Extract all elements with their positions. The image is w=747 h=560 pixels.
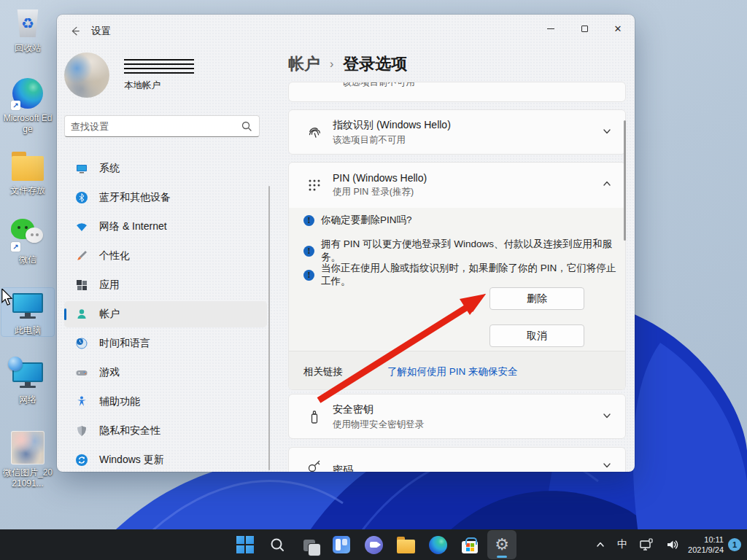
start-button[interactable] xyxy=(231,530,260,559)
tray-date: 2021/9/24 xyxy=(688,545,724,555)
ime-indicator[interactable]: 中 xyxy=(614,532,631,557)
confirmation-message: ! 你确定要删除PIN吗? xyxy=(303,214,412,227)
row-subtitle: 该选项目前不可用 xyxy=(333,134,451,147)
row-password[interactable]: 密码 xyxy=(288,447,626,472)
taskbar-search-button[interactable] xyxy=(263,530,292,559)
sidebar-item-gaming[interactable]: 游戏 xyxy=(64,359,267,386)
row-title: 指纹识别 (Windows Hello) xyxy=(333,119,451,132)
ethernet-icon xyxy=(639,537,654,552)
fingerprint-icon xyxy=(305,123,324,142)
this-pc-icon xyxy=(10,288,45,323)
row-subtitle: 该选项目前不可用 xyxy=(342,82,415,89)
chevron-up-icon[interactable] xyxy=(602,179,612,192)
desktop-icon-wechat[interactable]: ↗ 微信 xyxy=(1,217,54,265)
chevron-down-icon[interactable] xyxy=(602,126,612,139)
desktop-icon-label: 微信图片_2021091... xyxy=(1,467,54,489)
task-view-button[interactable] xyxy=(295,530,324,559)
chevron-down-icon[interactable] xyxy=(602,460,612,472)
desktop-icon-label: Microsoft Edge xyxy=(1,113,54,135)
sidebar-item-windows-update[interactable]: Windows 更新 xyxy=(64,447,267,472)
sidebar-item-bluetooth-devices[interactable]: 蓝牙和其他设备 xyxy=(64,184,267,211)
sidebar-scrollbar[interactable] xyxy=(268,186,270,470)
chevron-up-icon xyxy=(595,540,605,550)
desktop-icon-label: 微信 xyxy=(19,254,36,265)
delete-button[interactable]: 删除 xyxy=(489,287,584,310)
info-icon: ! xyxy=(303,246,314,257)
apps-icon xyxy=(74,278,89,292)
account-name-redacted xyxy=(124,59,194,74)
cancel-button[interactable]: 取消 xyxy=(489,324,584,347)
wifi-icon xyxy=(74,219,89,234)
account-chip[interactable]: 本地帐户 xyxy=(64,52,268,99)
pin-delete-confirmation: ! 你确定要删除PIN吗? ! 拥有 PIN 可以更方便地登录到 Windows… xyxy=(289,208,625,351)
chat-icon xyxy=(365,536,383,554)
chat-button[interactable] xyxy=(359,530,388,559)
desktop-icon-edge[interactable]: ↗ Microsoft Edge xyxy=(1,76,54,135)
sidebar-item-network[interactable]: 网络 & Internet xyxy=(64,214,267,240)
store-button[interactable] xyxy=(455,530,484,559)
sidebar-item-apps[interactable]: 应用 xyxy=(64,272,267,298)
pin-security-link[interactable]: 了解如何使用 PIN 来确保安全 xyxy=(387,365,518,378)
notification-badge[interactable]: 1 xyxy=(728,538,741,551)
file-explorer-button[interactable] xyxy=(391,530,420,559)
bluetooth-icon xyxy=(74,190,89,205)
desktop-icon-recycle-bin[interactable]: ♻ 回收站 xyxy=(1,6,54,54)
image-thumbnail-icon xyxy=(10,430,45,465)
speaker-icon xyxy=(665,537,680,552)
row-title: 安全密钥 xyxy=(333,403,424,416)
window-title: 设置 xyxy=(91,25,111,38)
search-input[interactable] xyxy=(65,121,241,132)
sidebar-item-label: 个性化 xyxy=(99,249,130,262)
password-key-icon xyxy=(305,456,324,472)
info-message: ! 拥有 PIN 可以更方便地登录到 Windows、付款以及连接到应用和服务。 xyxy=(303,238,625,264)
row-security-key[interactable]: 安全密钥 使用物理安全密钥登录 xyxy=(288,394,626,439)
sidebar-item-label: 游戏 xyxy=(99,366,120,379)
sidebar-item-personalization[interactable]: 个性化 xyxy=(64,243,267,269)
clock[interactable]: 10:11 2021/9/24 xyxy=(688,534,724,555)
row-subtitle: 使用物理安全密钥登录 xyxy=(333,419,424,431)
content-scrollbar[interactable] xyxy=(624,120,626,241)
back-arrow-icon xyxy=(69,26,81,37)
settings-window: 设置 ✕ 本地帐户 帐户 › 登录选项 系统 xyxy=(57,15,635,472)
desktop-icon-label: 文件存放 xyxy=(10,185,45,196)
sidebar-item-label: 蓝牙和其他设备 xyxy=(99,191,171,204)
edge-icon xyxy=(429,536,447,554)
sidebar-item-accounts[interactable]: 帐户 xyxy=(64,301,267,327)
settings-taskbar-button[interactable]: ⚙ xyxy=(487,530,516,559)
edge-icon: ↗ xyxy=(10,76,45,111)
avatar xyxy=(64,52,109,98)
sidebar-item-label: 网络 & Internet xyxy=(99,220,167,233)
desktop: ♻ 回收站 ↗ Microsoft Edge 文件存放 ↗ 微信 此电脑 网络 xyxy=(0,0,747,560)
pin-header[interactable]: PIN (Windows Hello) 使用 PIN 登录(推荐) xyxy=(289,163,625,208)
sidebar-item-time-language[interactable]: 时间和语言 xyxy=(64,330,267,357)
widgets-button[interactable] xyxy=(327,530,356,559)
accounts-icon xyxy=(74,307,89,322)
sidebar-item-label: 辅助功能 xyxy=(99,395,140,408)
sidebar-item-system[interactable]: 系统 xyxy=(64,155,267,182)
desktop-icon-label: 此电脑 xyxy=(15,325,41,336)
row-face-recognition-clipped[interactable]: 该选项目前不可用 xyxy=(288,82,626,102)
shield-icon xyxy=(74,424,89,438)
desktop-icon-folder[interactable]: 文件存放 xyxy=(1,148,54,196)
hidden-icons-button[interactable] xyxy=(592,532,609,557)
sidebar-item-accessibility[interactable]: 辅助功能 xyxy=(64,389,267,415)
desktop-icon-network[interactable]: 网络 xyxy=(1,357,54,405)
network-tray-button[interactable] xyxy=(635,532,657,557)
sidebar-item-label: 时间和语言 xyxy=(99,337,150,350)
gear-icon: ⚙ xyxy=(495,537,509,553)
folder-icon xyxy=(10,148,45,183)
mouse-cursor xyxy=(0,289,15,306)
sidebar-item-privacy-security[interactable]: 隐私和安全性 xyxy=(64,418,267,444)
back-button[interactable] xyxy=(67,23,83,39)
account-type: 本地帐户 xyxy=(124,79,160,92)
recycle-bin-icon: ♻ xyxy=(10,6,45,41)
desktop-icon-image-file[interactable]: 微信图片_2021091... xyxy=(1,430,54,489)
clock-icon xyxy=(74,336,89,351)
row-pin-expander: PIN (Windows Hello) 使用 PIN 登录(推荐) ! 你确定要… xyxy=(288,162,626,390)
row-fingerprint[interactable]: 指纹识别 (Windows Hello) 该选项目前不可用 xyxy=(288,109,626,155)
edge-button[interactable] xyxy=(423,530,452,559)
volume-button[interactable] xyxy=(662,532,684,557)
chevron-down-icon[interactable] xyxy=(602,411,612,424)
update-icon xyxy=(74,453,89,467)
pin-pad-icon xyxy=(305,176,324,195)
